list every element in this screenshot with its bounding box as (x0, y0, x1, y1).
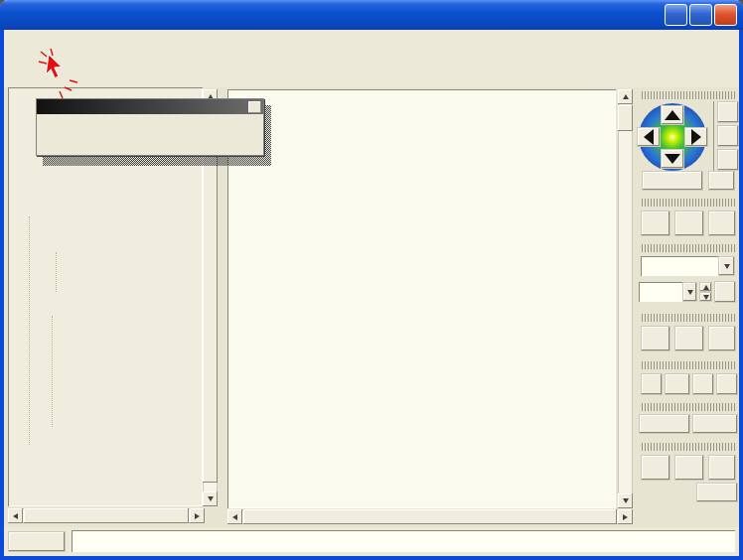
palette-shadow-right (264, 105, 271, 157)
layer-search-button[interactable] (714, 281, 736, 303)
triangle-up-icon (623, 94, 629, 99)
scroll-right-button[interactable] (190, 508, 205, 523)
close-button[interactable] (714, 4, 737, 26)
layer-number-select[interactable] (639, 282, 682, 302)
status-bar (4, 527, 739, 556)
palette-close-button[interactable] (248, 101, 261, 113)
main-toolbar (4, 48, 739, 87)
triangle-up-icon (665, 110, 680, 120)
tree-connector (56, 252, 58, 292)
numeric-view-button[interactable] (642, 171, 703, 191)
layer-number-dropdown-button[interactable] (682, 282, 697, 302)
scroll-up-button[interactable] (618, 89, 633, 104)
data-import-button[interactable] (641, 326, 670, 351)
new-load-palette (36, 98, 264, 156)
triangle-down-icon (208, 496, 214, 501)
scroll-down-button[interactable] (203, 491, 218, 506)
title-bar (0, 0, 743, 30)
palette-arrow-icon (39, 101, 50, 112)
scroll-thumb[interactable] (243, 509, 617, 524)
triangle-down-icon (665, 154, 680, 164)
app-icon (7, 7, 24, 24)
right-control-panel (637, 87, 739, 526)
tree-horizontal-scrollbar[interactable] (8, 508, 205, 523)
triangle-left-icon (13, 513, 18, 519)
palette-shadow-bottom (43, 156, 271, 166)
hatch-divider (642, 244, 737, 252)
triangle-left-icon (644, 129, 654, 145)
view-down-button[interactable] (661, 149, 684, 169)
menu-bar (4, 30, 739, 48)
layer-spin-up-button[interactable] (699, 282, 712, 292)
plane-edit-button[interactable] (674, 210, 704, 236)
triangle-down-icon (687, 290, 693, 295)
deselect-loads-button[interactable] (692, 373, 714, 395)
drawing-svg[interactable] (227, 89, 616, 508)
triangle-left-icon (232, 514, 237, 520)
group-change-button[interactable] (692, 414, 738, 434)
hatch-divider (642, 91, 737, 99)
deselect-nodes-button[interactable] (641, 373, 663, 395)
plane-next-button[interactable] (708, 210, 736, 236)
hatch-divider (642, 199, 737, 207)
scroll-right-button[interactable] (618, 509, 633, 524)
triangle-right-icon (691, 129, 701, 145)
zoom-plus-button[interactable] (717, 101, 739, 123)
canvas-horizontal-scrollbar[interactable] (227, 509, 633, 524)
triangle-down-icon (724, 264, 730, 269)
scroll-down-button[interactable] (618, 493, 633, 508)
tree-connector (52, 316, 54, 427)
hatch-divider (642, 361, 737, 369)
triangle-right-icon (623, 514, 628, 520)
application-window (0, 0, 743, 560)
deselect-members-button[interactable] (665, 373, 690, 395)
view-up-button[interactable] (661, 105, 684, 125)
hatch-divider (642, 314, 737, 322)
layer-type-select[interactable] (641, 256, 718, 276)
zoom-minus-button[interactable] (717, 149, 739, 171)
contrast-button[interactable] (717, 125, 739, 147)
scroll-left-button[interactable] (8, 508, 23, 523)
hatch-divider (642, 443, 737, 451)
dynamics-button[interactable] (696, 483, 738, 502)
view-right-button[interactable] (684, 127, 708, 147)
data-clean-button[interactable] (708, 326, 736, 351)
canvas-vertical-scrollbar[interactable] (618, 89, 633, 508)
tree-connector (29, 216, 31, 445)
triangle-right-icon (195, 513, 200, 519)
minimize-button[interactable] (665, 4, 687, 26)
vertical-divider (713, 101, 714, 173)
layer-type-dropdown-button[interactable] (718, 256, 735, 276)
triangle-down-icon (703, 295, 709, 300)
start-button[interactable] (8, 531, 66, 552)
new-list-button[interactable] (641, 455, 670, 481)
plane-select-button[interactable] (641, 210, 670, 236)
triangle-down-icon (623, 498, 629, 503)
deselect-all-button[interactable] (716, 373, 738, 395)
visibility-shield-button[interactable] (674, 455, 704, 481)
status-message-field (72, 530, 735, 552)
view-left-button[interactable] (637, 127, 661, 147)
layer-spin-down-button[interactable] (699, 292, 712, 302)
data-check-button[interactable] (674, 326, 704, 351)
palette-title-bar[interactable] (37, 99, 263, 114)
save-view-button[interactable] (708, 171, 735, 191)
triangle-up-icon (703, 285, 709, 290)
scroll-left-button[interactable] (227, 509, 242, 524)
hatch-divider (642, 403, 737, 411)
start-gear-icon (28, 534, 43, 549)
scroll-thumb[interactable] (618, 105, 633, 131)
group-create-button[interactable] (639, 414, 690, 434)
maximize-button[interactable] (689, 4, 712, 26)
scroll-thumb[interactable] (24, 508, 189, 523)
renumber-button[interactable] (708, 455, 736, 481)
drawing-canvas[interactable] (227, 89, 616, 508)
